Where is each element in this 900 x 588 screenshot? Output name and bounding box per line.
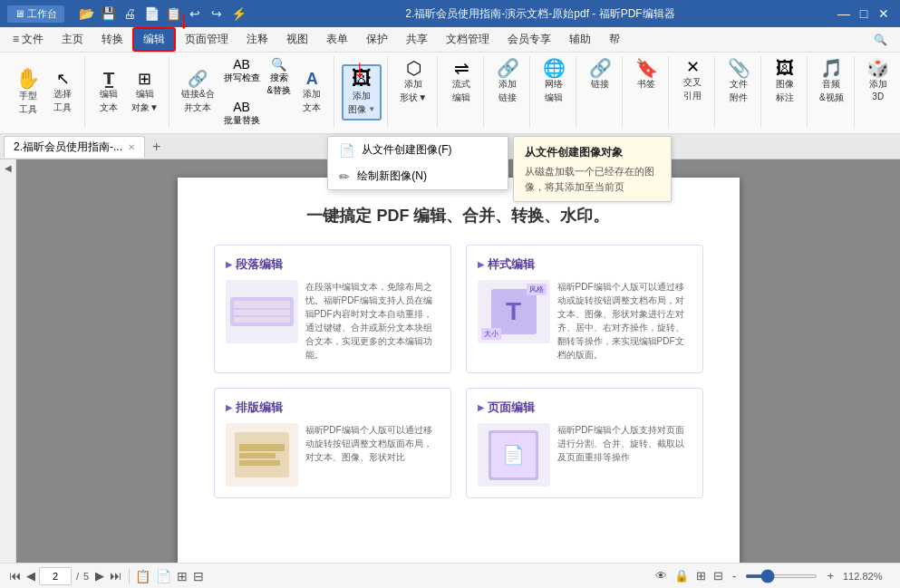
- card-paragraph-text: 在段落中编辑文本，免除布局之忧。福昕PDF编辑支持人员在编辑PDF内容时对文本自…: [305, 280, 440, 361]
- tab-main[interactable]: 2.福昕会员使用指南-... ✕: [4, 136, 145, 158]
- spellcheck-button[interactable]: AB 拼写检查: [221, 56, 263, 98]
- group-fileattach: 📎 文件 附件: [717, 56, 761, 128]
- image-buttons: 🖼 添加 图像 ▼: [342, 56, 382, 128]
- menu-home[interactable]: 主页: [53, 29, 92, 50]
- menu-assist[interactable]: 辅助: [560, 29, 600, 50]
- edit-object-button[interactable]: ⊞ 编辑 对象▼: [127, 68, 163, 117]
- link-merge-button[interactable]: 🔗 链接&合 并文本: [177, 68, 219, 117]
- menu-member[interactable]: 会员专享: [498, 29, 560, 50]
- card-layout: 排版编辑 福昕P: [214, 388, 451, 498]
- menu-convert[interactable]: 转换: [92, 29, 132, 50]
- audio-icon: 🎵: [820, 59, 843, 77]
- add-image-button[interactable]: 🖼 添加 图像 ▼: [342, 64, 382, 120]
- add-shape-button[interactable]: ⬡ 添加 形状▼: [395, 56, 431, 107]
- image-tooltip: 从文件创建图像对象 从磁盘加载一个已经存在的图像，将其添加至当前页: [513, 136, 672, 202]
- edit-text-button[interactable]: T̲ 编辑 文本: [92, 68, 125, 117]
- menu-help[interactable]: 帮: [600, 29, 629, 50]
- minimize-button[interactable]: —: [835, 5, 853, 23]
- flow-edit-button[interactable]: ⇌ 流式 编辑: [445, 56, 478, 107]
- search-replace-icon: 🔍: [271, 57, 286, 72]
- maximize-button[interactable]: □: [855, 5, 873, 23]
- last-page-button[interactable]: ⏭: [108, 569, 123, 583]
- next-page-button[interactable]: ▶: [93, 569, 106, 583]
- menu-page[interactable]: 页面管理: [176, 29, 237, 50]
- titlebar-icons: 📂 💾 🖨 📄 📋 ↩ ↪ ⚡: [79, 6, 246, 21]
- save-icon[interactable]: 💾: [101, 6, 115, 21]
- small-row2: AB 批量替换: [221, 99, 295, 128]
- menu-view[interactable]: 视图: [277, 29, 317, 50]
- addlink-icon: 🔗: [497, 59, 519, 77]
- close-button[interactable]: ✕: [875, 5, 893, 23]
- link-button[interactable]: 🔗 链接: [584, 56, 616, 93]
- draw-new-item[interactable]: ✏ 绘制新图像(N): [328, 163, 508, 189]
- bookmark-button[interactable]: 🔖 书签: [630, 56, 663, 93]
- menu-comment[interactable]: 注释: [237, 29, 277, 50]
- imagemark-icon: 🖼: [776, 59, 794, 77]
- pdf-grid: 段落编辑 在段落中编辑文本，免除布局之忧。福昕PDF编辑支持人员在编辑PDF内容…: [214, 245, 703, 498]
- view-icon1[interactable]: ⊞: [696, 569, 706, 583]
- card-layout-title: 排版编辑: [226, 400, 440, 416]
- hand-tool-button[interactable]: ✋ 手型 工具: [11, 66, 44, 119]
- card-layout-text: 福昕PDF编辑个人版可以通过移动旋转按钮调整文档版面布局，对文本、图像、形状对比: [305, 423, 440, 464]
- image-dropdown-menu: 📄 从文件创建图像(F) ✏ 绘制新图像(N): [327, 136, 508, 190]
- doc-icon[interactable]: 📄: [156, 569, 171, 583]
- prev-page-button[interactable]: ◀: [24, 569, 37, 583]
- tab-add-button[interactable]: +: [145, 136, 168, 158]
- page-input[interactable]: [39, 567, 72, 585]
- card-paragraph-body: 在段落中编辑文本，免除布局之忧。福昕PDF编辑支持人员在编辑PDF内容时对文本自…: [226, 280, 440, 361]
- undo-icon[interactable]: ↩: [188, 6, 202, 21]
- grid2-icon[interactable]: ⊟: [193, 569, 204, 583]
- card-style-text: 福昕PDF编辑个人版可以通过移动或旋转按钮调整文档布局，对文本、图像、形状对象进…: [557, 280, 692, 361]
- search-replace-button[interactable]: 🔍 搜索 &替换: [265, 56, 295, 98]
- audio-video-button[interactable]: 🎵 音频 &视频: [815, 56, 848, 107]
- cross-ref-button[interactable]: ✕ 交叉 引用: [676, 56, 709, 105]
- menu-edit[interactable]: 编辑: [132, 27, 176, 52]
- first-page-button[interactable]: ⏮: [7, 569, 23, 583]
- network-icon: 🌐: [543, 59, 566, 77]
- menu-protect[interactable]: 保护: [357, 29, 397, 50]
- menu-search-btn[interactable]: 🔍: [865, 31, 896, 49]
- group-bookmark: 🔖 书签: [624, 56, 669, 128]
- scan-icon[interactable]: 📄: [144, 6, 159, 21]
- add-text-button[interactable]: A 添加 文本: [295, 68, 328, 117]
- file-attach-button[interactable]: 📎 文件 附件: [722, 56, 755, 107]
- more-icon[interactable]: ⚡: [231, 6, 246, 21]
- menu-docmgr[interactable]: 文档管理: [437, 29, 498, 50]
- sidebar-arrow[interactable]: ◀: [5, 163, 12, 173]
- workspace-button[interactable]: 🖥 工作台: [7, 5, 64, 23]
- batch-replace-button[interactable]: AB 批量替换: [221, 99, 263, 128]
- add-3d-button[interactable]: 🎲 添加 3D: [862, 56, 895, 104]
- card-paragraph-title: 段落编辑: [226, 256, 440, 273]
- copy-icon[interactable]: 📋: [135, 569, 150, 583]
- redo-icon[interactable]: ↪: [209, 6, 224, 21]
- from-file-item[interactable]: 📄 从文件创建图像(F): [328, 137, 508, 163]
- network-edit-button[interactable]: 🌐 网络 编辑: [537, 56, 570, 107]
- grid-icon[interactable]: ⊞: [177, 569, 188, 583]
- group-flow: ⇌ 流式 编辑: [440, 56, 484, 128]
- menu-share[interactable]: 共享: [397, 29, 437, 50]
- card-page-title: 页面编辑: [478, 400, 692, 416]
- linkref-icon: 🔗: [589, 59, 612, 77]
- zoom-minus-button[interactable]: -: [731, 569, 738, 583]
- add-text-icon: A: [306, 71, 318, 87]
- titlebar: 🖥 工作台 📂 💾 🖨 📄 📋 ↩ ↪ ⚡ 2.福昕会员使用指南-演示文档-原始…: [0, 0, 900, 27]
- zoom-plus-button[interactable]: +: [825, 569, 836, 583]
- select-tool-button[interactable]: ↖ 选择 工具: [46, 68, 79, 117]
- content-area: 一键搞定 PDF 编辑、合并、转换、水印。 段落编辑: [16, 159, 900, 563]
- card-style: 样式编辑 T 大小 风格 福昕PDF编辑个人版可以通过移动或旋转按钮调整文档布局…: [466, 245, 703, 373]
- link-buttons: 🔗 链接&合 并文本 AB 拼写检查 🔍 搜索: [177, 56, 328, 128]
- image-mark-button[interactable]: 🖼 图像 标注: [769, 56, 801, 107]
- view-icon2[interactable]: ⊟: [713, 569, 723, 583]
- group-tools: ✋ 手型 工具 ↖ 选择 工具: [5, 56, 85, 128]
- open-file-icon[interactable]: 📂: [79, 6, 93, 21]
- zoom-slider[interactable]: [745, 574, 818, 578]
- page-icon[interactable]: 📋: [166, 6, 180, 21]
- tab-close-button[interactable]: ✕: [128, 142, 135, 152]
- menu-file[interactable]: ≡ 文件: [4, 29, 53, 50]
- print-icon[interactable]: 🖨: [122, 6, 137, 21]
- menu-table[interactable]: 表单: [317, 29, 357, 50]
- total-pages: 5: [83, 571, 89, 582]
- pdf-page: 一键搞定 PDF 编辑、合并、转换、水印。 段落编辑: [178, 178, 740, 563]
- group-image: 🖼 添加 图像 ▼ 📄 从文件创建图像(F) ✏: [336, 56, 388, 128]
- add-link-button[interactable]: 🔗 添加 链接: [491, 56, 524, 107]
